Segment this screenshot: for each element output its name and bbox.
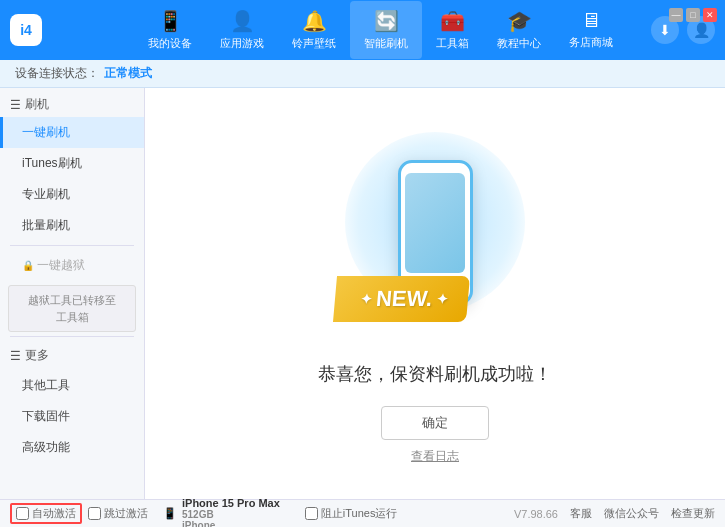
skip-activate-label: 跳过激活 (104, 506, 148, 521)
sidebar-divider-1 (10, 245, 134, 246)
nav-service-label: 务店商城 (569, 35, 613, 50)
service-icon: 🖥 (581, 9, 601, 32)
new-badge: ✦ NEW. ✦ (335, 276, 468, 322)
auto-activate-checkbox[interactable] (16, 507, 29, 520)
close-button[interactable]: ✕ (703, 8, 717, 22)
check-update-link[interactable]: 检查更新 (671, 506, 715, 521)
nav-apps-games[interactable]: 👤 应用游戏 (206, 1, 278, 59)
status-mode: 正常模式 (104, 65, 152, 82)
sidebar-disabled-message: 越狱工具已转移至工具箱 (8, 285, 136, 332)
new-ribbon: ✦ NEW. ✦ (333, 276, 470, 322)
sidebar-item-jailbreak: 🔒 一键越狱 (0, 250, 144, 281)
nav-toolbox[interactable]: 🧰 工具箱 (422, 1, 483, 59)
device-storage: 512GB (182, 509, 280, 520)
sidebar-section-flash: ☰ 刷机 一键刷机 iTunes刷机 专业刷机 批量刷机 (0, 88, 144, 241)
customer-service-link[interactable]: 客服 (570, 506, 592, 521)
sidebar-divider-2 (10, 336, 134, 337)
auto-activate-label: 自动激活 (32, 506, 76, 521)
flash-section-label: 刷机 (25, 96, 49, 113)
skip-activate-checkbox[interactable] (88, 507, 101, 520)
new-text: NEW. (375, 286, 434, 312)
version-text: V7.98.66 (514, 508, 558, 520)
log-link[interactable]: 查看日志 (411, 448, 459, 465)
nav-tutorial-label: 教程中心 (497, 36, 541, 51)
confirm-button[interactable]: 确定 (381, 406, 489, 440)
device-icon: 📱 (163, 507, 177, 520)
nav-apps-label: 应用游戏 (220, 36, 264, 51)
sidebar-item-pro-flash[interactable]: 专业刷机 (0, 179, 144, 210)
maximize-button[interactable]: □ (686, 8, 700, 22)
status-prefix: 设备连接状态： (15, 65, 99, 82)
nav-service[interactable]: 🖥 务店商城 (555, 1, 627, 59)
tutorial-icon: 🎓 (507, 9, 532, 33)
smart-flash-icon: 🔄 (374, 9, 399, 33)
nav-ringtone[interactable]: 🔔 铃声壁纸 (278, 1, 350, 59)
phone-icon: 📱 (158, 9, 183, 33)
logo-icon: i4 (10, 14, 42, 46)
bottom-bar: 自动激活 跳过激活 📱 iPhone 15 Pro Max 512GB iPho… (0, 499, 725, 527)
more-icon: ☰ (10, 349, 21, 363)
flash-section-icon: ☰ (10, 98, 21, 112)
lock-icon: 🔒 (22, 260, 34, 271)
nav-smart-flash[interactable]: 🔄 智能刷机 (350, 1, 422, 59)
nav-tutorial[interactable]: 🎓 教程中心 (483, 1, 555, 59)
minimize-button[interactable]: — (669, 8, 683, 22)
sidebar-item-one-click-flash[interactable]: 一键刷机 (0, 117, 144, 148)
main-content: ✦ NEW. ✦ 恭喜您，保资料刷机成功啦！ 确定 查看日志 (145, 88, 725, 499)
apps-icon: 👤 (230, 9, 255, 33)
sidebar-item-itunes-flash[interactable]: iTunes刷机 (0, 148, 144, 179)
wechat-link[interactable]: 微信公众号 (604, 506, 659, 521)
device-info: 📱 iPhone 15 Pro Max 512GB iPhone (163, 497, 280, 528)
bottom-right: V7.98.66 客服 微信公众号 检查更新 (514, 506, 715, 521)
sidebar-item-other-tools[interactable]: 其他工具 (0, 370, 144, 401)
sidebar-item-download-firmware[interactable]: 下载固件 (0, 401, 144, 432)
sidebar: ☰ 刷机 一键刷机 iTunes刷机 专业刷机 批量刷机 🔒 一键越狱 越狱工具… (0, 88, 145, 499)
itunes-block-checkbox[interactable] (305, 507, 318, 520)
itunes-block-label: 阻止iTunes运行 (321, 506, 398, 521)
toolbox-icon: 🧰 (440, 9, 465, 33)
nav-toolbox-label: 工具箱 (436, 36, 469, 51)
nav-smart-flash-label: 智能刷机 (364, 36, 408, 51)
phone-screen (405, 173, 465, 273)
nav-items: 📱 我的设备 👤 应用游戏 🔔 铃声壁纸 🔄 智能刷机 🧰 工具箱 🎓 教程中心… (110, 1, 651, 59)
phone-illustration: ✦ NEW. ✦ (335, 122, 535, 342)
sparkle-left: ✦ (359, 291, 372, 307)
itunes-block-area[interactable]: 阻止iTunes运行 (305, 506, 398, 521)
sparkle-right: ✦ (436, 291, 449, 307)
skip-activate-area[interactable]: 跳过激活 (88, 506, 148, 521)
device-type: iPhone (182, 520, 280, 528)
auto-activate-checkbox-area[interactable]: 自动激活 (10, 503, 82, 524)
nav-ringtone-label: 铃声壁纸 (292, 36, 336, 51)
sidebar-item-batch-flash[interactable]: 批量刷机 (0, 210, 144, 241)
nav-my-device[interactable]: 📱 我的设备 (134, 1, 206, 59)
sidebar-section-header-flash: ☰ 刷机 (0, 88, 144, 117)
main-layout: ☰ 刷机 一键刷机 iTunes刷机 专业刷机 批量刷机 🔒 一键越狱 越狱工具… (0, 88, 725, 499)
bottom-left: 自动激活 跳过激活 (10, 503, 148, 524)
sidebar-item-advanced[interactable]: 高级功能 (0, 432, 144, 463)
sidebar-more-header: ☰ 更多 (0, 341, 144, 370)
ringtone-icon: 🔔 (302, 9, 327, 33)
nav-my-device-label: 我的设备 (148, 36, 192, 51)
success-message: 恭喜您，保资料刷机成功啦！ (318, 362, 552, 386)
top-nav-bar: i4 爱思即手 www.i4.cn 📱 我的设备 👤 应用游戏 🔔 铃声壁纸 🔄… (0, 0, 725, 60)
